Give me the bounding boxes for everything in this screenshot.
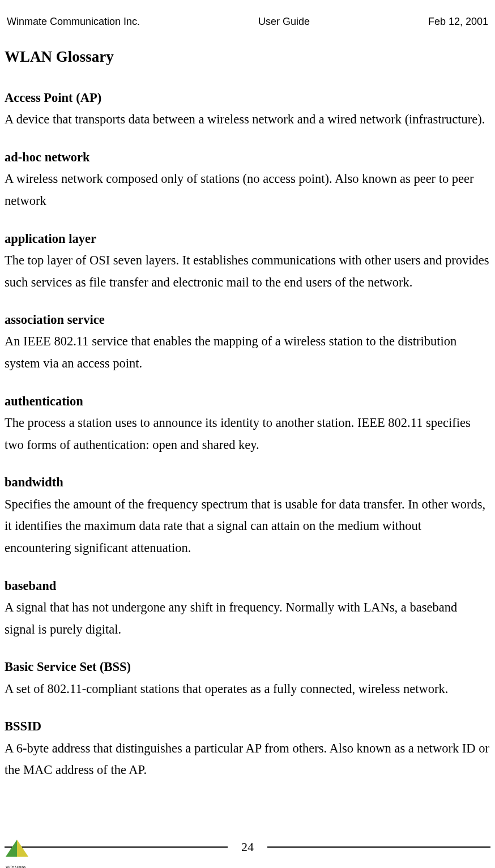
page-header: Winmate Communication Inc. User Guide Fe… bbox=[5, 16, 490, 28]
winmate-logo-icon: WinMate bbox=[6, 840, 44, 865]
footer-rule: 24 bbox=[0, 840, 495, 854]
header-date: Feb 12, 2001 bbox=[428, 16, 488, 28]
glossary-entry: bandwidth Specifies the amount of the fr… bbox=[5, 472, 490, 559]
header-company: Winmate Communication Inc. bbox=[7, 16, 140, 28]
glossary-entry: Access Point (AP) A device that transpor… bbox=[5, 87, 490, 131]
glossary-term: BSSID bbox=[5, 716, 490, 737]
glossary-entry: authentication The process a station use… bbox=[5, 391, 490, 456]
glossary-definition: The process a station uses to announce i… bbox=[5, 412, 490, 456]
glossary-entry: baseband A signal that has not undergone… bbox=[5, 575, 490, 641]
footer-line-right bbox=[267, 846, 490, 848]
page-number: 24 bbox=[241, 840, 254, 854]
glossary-entry: application layer The top layer of OSI s… bbox=[5, 228, 490, 294]
glossary-definition: A signal that has not undergone any shif… bbox=[5, 597, 490, 640]
glossary-term: baseband bbox=[5, 575, 490, 597]
glossary-entry: BSSID A 6-byte address that distinguishe… bbox=[5, 716, 490, 781]
glossary-entry: Basic Service Set (BSS) A set of 802.11-… bbox=[5, 656, 490, 700]
logo-text: WinMate bbox=[6, 865, 26, 868]
page-footer: 24 WinMate bbox=[0, 840, 495, 854]
glossary-term: ad-hoc network bbox=[5, 147, 490, 168]
glossary-term: Basic Service Set (BSS) bbox=[5, 656, 490, 678]
glossary-definition: The top layer of OSI seven layers. It es… bbox=[5, 250, 490, 293]
page-title: WLAN Glossary bbox=[5, 48, 490, 66]
glossary-definition: Specifies the amount of the frequency sp… bbox=[5, 494, 490, 559]
glossary-entry: ad-hoc network A wireless network compos… bbox=[5, 147, 490, 212]
glossary-definition: A set of 802.11-compliant stations that … bbox=[5, 678, 490, 700]
glossary-definition: A 6-byte address that distinguishes a pa… bbox=[5, 738, 490, 781]
header-title: User Guide bbox=[258, 16, 310, 28]
glossary-term: application layer bbox=[5, 228, 490, 250]
glossary-definition: A device that transports data between a … bbox=[5, 109, 490, 131]
glossary-definition: An IEEE 802.11 service that enables the … bbox=[5, 331, 490, 374]
glossary-definition: A wireless network composed only of stat… bbox=[5, 168, 490, 212]
glossary-term: Access Point (AP) bbox=[5, 87, 490, 109]
glossary-term: bandwidth bbox=[5, 472, 490, 493]
glossary-entry: association service An IEEE 802.11 servi… bbox=[5, 309, 490, 375]
glossary-term: authentication bbox=[5, 391, 490, 412]
glossary-term: association service bbox=[5, 309, 490, 331]
